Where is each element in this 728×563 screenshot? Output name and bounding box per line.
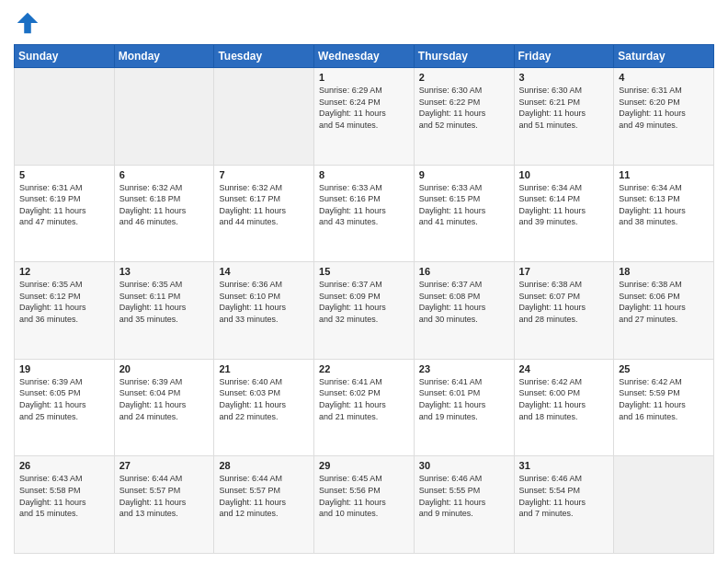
day-header-sunday: Sunday xyxy=(15,45,115,68)
day-info: Sunrise: 6:37 AM Sunset: 6:09 PM Dayligh… xyxy=(319,279,409,325)
logo-icon xyxy=(14,9,41,37)
day-header-friday: Friday xyxy=(514,45,614,68)
day-number: 18 xyxy=(619,266,709,277)
day-info: Sunrise: 6:38 AM Sunset: 6:06 PM Dayligh… xyxy=(619,279,709,325)
day-info: Sunrise: 6:32 AM Sunset: 6:18 PM Dayligh… xyxy=(119,182,210,228)
day-number: 17 xyxy=(519,266,609,277)
day-number: 31 xyxy=(519,460,609,471)
day-info: Sunrise: 6:44 AM Sunset: 5:57 PM Dayligh… xyxy=(219,473,309,519)
day-info: Sunrise: 6:29 AM Sunset: 6:24 PM Dayligh… xyxy=(319,85,409,131)
calendar-cell: 15Sunrise: 6:37 AM Sunset: 6:09 PM Dayli… xyxy=(314,262,415,360)
day-info: Sunrise: 6:41 AM Sunset: 6:02 PM Dayligh… xyxy=(319,376,409,422)
calendar-cell: 12Sunrise: 6:35 AM Sunset: 6:12 PM Dayli… xyxy=(15,262,115,360)
day-number: 4 xyxy=(619,72,709,83)
calendar-week-2: 5Sunrise: 6:31 AM Sunset: 6:19 PM Daylig… xyxy=(15,165,714,262)
calendar-cell xyxy=(114,68,214,166)
calendar-header: SundayMondayTuesdayWednesdayThursdayFrid… xyxy=(15,45,714,68)
day-number: 5 xyxy=(19,169,109,180)
day-info: Sunrise: 6:34 AM Sunset: 6:13 PM Dayligh… xyxy=(619,182,709,228)
calendar-cell: 13Sunrise: 6:35 AM Sunset: 6:11 PM Dayli… xyxy=(114,262,214,360)
calendar-cell: 9Sunrise: 6:33 AM Sunset: 6:15 PM Daylig… xyxy=(414,165,514,262)
day-number: 16 xyxy=(419,266,509,277)
day-number: 12 xyxy=(19,266,109,277)
day-info: Sunrise: 6:38 AM Sunset: 6:07 PM Dayligh… xyxy=(519,279,609,325)
logo xyxy=(14,9,45,37)
day-number: 14 xyxy=(219,266,309,277)
calendar-cell: 3Sunrise: 6:30 AM Sunset: 6:21 PM Daylig… xyxy=(514,68,614,166)
day-number: 10 xyxy=(519,169,609,180)
calendar-cell: 30Sunrise: 6:46 AM Sunset: 5:55 PM Dayli… xyxy=(414,456,514,554)
header xyxy=(14,9,714,37)
calendar-week-3: 12Sunrise: 6:35 AM Sunset: 6:12 PM Dayli… xyxy=(15,262,714,360)
day-number: 21 xyxy=(219,363,309,374)
calendar-cell: 6Sunrise: 6:32 AM Sunset: 6:18 PM Daylig… xyxy=(114,165,214,262)
day-header-monday: Monday xyxy=(114,45,214,68)
day-info: Sunrise: 6:45 AM Sunset: 5:56 PM Dayligh… xyxy=(319,473,409,519)
calendar-cell: 18Sunrise: 6:38 AM Sunset: 6:06 PM Dayli… xyxy=(614,262,714,360)
day-info: Sunrise: 6:30 AM Sunset: 6:21 PM Dayligh… xyxy=(519,85,609,131)
calendar-cell: 27Sunrise: 6:44 AM Sunset: 5:57 PM Dayli… xyxy=(114,456,214,554)
day-info: Sunrise: 6:31 AM Sunset: 6:20 PM Dayligh… xyxy=(619,85,709,131)
day-header-row: SundayMondayTuesdayWednesdayThursdayFrid… xyxy=(15,45,714,68)
calendar-cell: 29Sunrise: 6:45 AM Sunset: 5:56 PM Dayli… xyxy=(314,456,415,554)
day-number: 19 xyxy=(19,363,109,374)
day-number: 23 xyxy=(419,363,509,374)
calendar-week-1: 1Sunrise: 6:29 AM Sunset: 6:24 PM Daylig… xyxy=(15,68,714,166)
day-info: Sunrise: 6:40 AM Sunset: 6:03 PM Dayligh… xyxy=(219,376,309,422)
page: SundayMondayTuesdayWednesdayThursdayFrid… xyxy=(0,0,728,563)
day-number: 27 xyxy=(119,460,210,471)
calendar-cell: 19Sunrise: 6:39 AM Sunset: 6:05 PM Dayli… xyxy=(15,359,115,456)
day-info: Sunrise: 6:39 AM Sunset: 6:04 PM Dayligh… xyxy=(119,376,210,422)
calendar-cell: 14Sunrise: 6:36 AM Sunset: 6:10 PM Dayli… xyxy=(214,262,314,360)
day-number: 1 xyxy=(319,72,409,83)
calendar-cell xyxy=(214,68,314,166)
day-number: 26 xyxy=(19,460,109,471)
calendar-cell: 7Sunrise: 6:32 AM Sunset: 6:17 PM Daylig… xyxy=(214,165,314,262)
calendar-cell: 28Sunrise: 6:44 AM Sunset: 5:57 PM Dayli… xyxy=(214,456,314,554)
day-info: Sunrise: 6:32 AM Sunset: 6:17 PM Dayligh… xyxy=(219,182,309,228)
calendar-cell xyxy=(614,456,714,554)
day-info: Sunrise: 6:41 AM Sunset: 6:01 PM Dayligh… xyxy=(419,376,509,422)
calendar-cell: 4Sunrise: 6:31 AM Sunset: 6:20 PM Daylig… xyxy=(614,68,714,166)
calendar-cell: 11Sunrise: 6:34 AM Sunset: 6:13 PM Dayli… xyxy=(614,165,714,262)
day-number: 9 xyxy=(419,169,509,180)
day-info: Sunrise: 6:33 AM Sunset: 6:15 PM Dayligh… xyxy=(419,182,509,228)
calendar-cell: 24Sunrise: 6:42 AM Sunset: 6:00 PM Dayli… xyxy=(514,359,614,456)
day-info: Sunrise: 6:42 AM Sunset: 6:00 PM Dayligh… xyxy=(519,376,609,422)
calendar-body: 1Sunrise: 6:29 AM Sunset: 6:24 PM Daylig… xyxy=(15,68,714,554)
day-number: 20 xyxy=(119,363,210,374)
day-info: Sunrise: 6:37 AM Sunset: 6:08 PM Dayligh… xyxy=(419,279,509,325)
day-info: Sunrise: 6:42 AM Sunset: 5:59 PM Dayligh… xyxy=(619,376,709,422)
day-info: Sunrise: 6:33 AM Sunset: 6:16 PM Dayligh… xyxy=(319,182,409,228)
day-number: 29 xyxy=(319,460,409,471)
day-info: Sunrise: 6:30 AM Sunset: 6:22 PM Dayligh… xyxy=(419,85,509,131)
calendar-cell: 2Sunrise: 6:30 AM Sunset: 6:22 PM Daylig… xyxy=(414,68,514,166)
day-number: 6 xyxy=(119,169,210,180)
day-number: 28 xyxy=(219,460,309,471)
calendar-cell: 26Sunrise: 6:43 AM Sunset: 5:58 PM Dayli… xyxy=(15,456,115,554)
day-info: Sunrise: 6:35 AM Sunset: 6:11 PM Dayligh… xyxy=(119,279,210,325)
day-header-tuesday: Tuesday xyxy=(214,45,314,68)
day-number: 15 xyxy=(319,266,409,277)
calendar-cell: 10Sunrise: 6:34 AM Sunset: 6:14 PM Dayli… xyxy=(514,165,614,262)
day-number: 13 xyxy=(119,266,210,277)
calendar: SundayMondayTuesdayWednesdayThursdayFrid… xyxy=(14,44,714,554)
calendar-cell: 8Sunrise: 6:33 AM Sunset: 6:16 PM Daylig… xyxy=(314,165,415,262)
day-header-thursday: Thursday xyxy=(414,45,514,68)
day-number: 8 xyxy=(319,169,409,180)
day-number: 25 xyxy=(619,363,709,374)
day-info: Sunrise: 6:34 AM Sunset: 6:14 PM Dayligh… xyxy=(519,182,609,228)
day-number: 24 xyxy=(519,363,609,374)
calendar-cell: 23Sunrise: 6:41 AM Sunset: 6:01 PM Dayli… xyxy=(414,359,514,456)
day-number: 22 xyxy=(319,363,409,374)
day-number: 11 xyxy=(619,169,709,180)
day-info: Sunrise: 6:46 AM Sunset: 5:55 PM Dayligh… xyxy=(419,473,509,519)
calendar-cell: 31Sunrise: 6:46 AM Sunset: 5:54 PM Dayli… xyxy=(514,456,614,554)
day-number: 30 xyxy=(419,460,509,471)
calendar-cell: 1Sunrise: 6:29 AM Sunset: 6:24 PM Daylig… xyxy=(314,68,415,166)
day-header-wednesday: Wednesday xyxy=(314,45,415,68)
day-info: Sunrise: 6:39 AM Sunset: 6:05 PM Dayligh… xyxy=(19,376,109,422)
calendar-week-5: 26Sunrise: 6:43 AM Sunset: 5:58 PM Dayli… xyxy=(15,456,714,554)
calendar-cell: 16Sunrise: 6:37 AM Sunset: 6:08 PM Dayli… xyxy=(414,262,514,360)
svg-marker-0 xyxy=(17,13,39,34)
